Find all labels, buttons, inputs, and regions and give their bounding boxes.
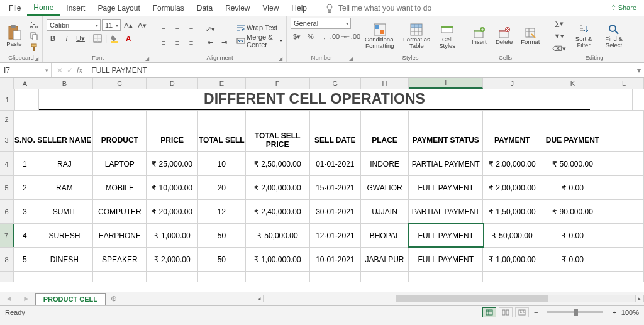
row-header-7[interactable]: 7 xyxy=(0,224,14,247)
dialog-launcher-icon[interactable]: ◢ xyxy=(35,56,38,62)
decrease-decimal-icon[interactable]: ←.00 xyxy=(346,31,358,42)
expand-formula-icon[interactable]: ▾ xyxy=(633,63,644,77)
paste-button[interactable]: Paste xyxy=(4,23,25,48)
tab-formulas[interactable]: Formulas xyxy=(147,1,191,15)
tab-help[interactable]: Help xyxy=(285,1,313,15)
decrease-indent-icon[interactable]: ⇤ xyxy=(204,37,216,48)
font-name-combo[interactable]: Calibri xyxy=(47,19,101,31)
col-D[interactable]: D xyxy=(147,78,197,89)
share-button[interactable]: ⇧ Share xyxy=(611,4,636,12)
align-bottom-icon[interactable]: ≡ xyxy=(185,24,197,35)
sheet-nav-next-icon[interactable]: ► xyxy=(18,294,35,303)
col-C[interactable]: C xyxy=(93,78,147,89)
name-box[interactable]: I7 xyxy=(0,63,52,77)
row-header-3[interactable]: 3 xyxy=(0,128,14,151)
title-cell[interactable]: DIFFERENT CELL OPERATIONS xyxy=(39,89,590,110)
page-layout-view-icon[interactable] xyxy=(499,307,513,317)
row-header-6[interactable]: 6 xyxy=(0,200,14,223)
col-L[interactable]: L xyxy=(604,78,644,89)
col-F[interactable]: F xyxy=(246,78,310,89)
align-right-icon[interactable]: ≡ xyxy=(185,37,197,48)
col-H[interactable]: H xyxy=(361,78,409,89)
orientation-icon[interactable]: ⤢▾ xyxy=(204,24,216,35)
increase-font-icon[interactable]: A▴ xyxy=(122,19,135,31)
zoom-level[interactable]: 100% xyxy=(621,309,639,316)
row-header-8[interactable]: 8 xyxy=(0,248,14,271)
currency-icon[interactable]: $▾ xyxy=(291,31,303,42)
cell-styles-button[interactable]: Cell Styles xyxy=(435,21,460,50)
insert-cells-button[interactable]: Insert xyxy=(468,25,491,47)
merge-center-button[interactable]: Merge & Center ▾ xyxy=(236,33,282,48)
font-color-icon[interactable]: A xyxy=(122,33,135,44)
autosum-icon[interactable]: ∑▾ xyxy=(551,18,567,29)
row-header-2[interactable]: 2 xyxy=(0,111,14,128)
select-all-button[interactable] xyxy=(0,78,14,89)
wrap-text-button[interactable]: Wrap Text xyxy=(236,24,282,31)
row-header-9[interactable] xyxy=(0,272,14,282)
zoom-in-icon[interactable]: + xyxy=(609,309,618,316)
sort-filter-button[interactable]: Sort & Filter xyxy=(570,22,597,50)
dialog-launcher-icon[interactable]: ◢ xyxy=(349,56,353,62)
tell-me-search[interactable]: Tell me what you want to do xyxy=(326,4,431,13)
format-painter-icon[interactable] xyxy=(30,43,38,52)
percent-icon[interactable]: % xyxy=(304,31,317,42)
tab-data[interactable]: Data xyxy=(191,1,219,15)
format-cells-button[interactable]: Format xyxy=(518,25,543,47)
cut-icon[interactable] xyxy=(30,20,38,29)
col-J[interactable]: J xyxy=(483,78,541,89)
tab-page-layout[interactable]: Page Layout xyxy=(91,1,146,15)
italic-button[interactable]: I xyxy=(60,33,73,44)
clear-icon[interactable]: ⌫▾ xyxy=(551,43,567,54)
row-header-5[interactable]: 5 xyxy=(0,176,14,199)
number-format-combo[interactable]: General xyxy=(291,18,351,29)
tab-file[interactable]: File xyxy=(3,1,27,15)
fill-color-icon[interactable] xyxy=(108,33,121,44)
sheet-nav-prev-icon[interactable]: ◄ xyxy=(0,294,18,303)
find-select-button[interactable]: Find & Select xyxy=(600,22,628,50)
enter-icon[interactable]: ✓ xyxy=(67,66,73,75)
align-top-icon[interactable]: ≡ xyxy=(157,24,170,35)
col-I[interactable]: I xyxy=(409,78,483,89)
col-K[interactable]: K xyxy=(541,78,604,89)
active-cell[interactable]: FULL PAYMENT xyxy=(409,224,483,247)
col-E[interactable]: E xyxy=(198,78,246,89)
tab-home[interactable]: Home xyxy=(27,1,60,16)
hscroll-left-icon[interactable]: ◄ xyxy=(255,295,264,302)
normal-view-icon[interactable] xyxy=(482,307,496,317)
col-B[interactable]: B xyxy=(36,78,94,89)
format-as-table-button[interactable]: Format as Table xyxy=(401,21,433,50)
fill-icon[interactable]: ▼▾ xyxy=(551,30,567,41)
worksheet-grid[interactable]: 1 DIFFERENT CELL OPERATIONS 2 3 S.NO. SE… xyxy=(0,89,644,292)
sheet-tab-product-cell[interactable]: PRODUCT CELL xyxy=(35,293,106,305)
tab-insert[interactable]: Insert xyxy=(60,1,91,15)
bold-button[interactable]: B xyxy=(47,33,59,44)
align-left-icon[interactable]: ≡ xyxy=(157,37,170,48)
comma-icon[interactable]: , xyxy=(318,31,331,42)
row-header-1[interactable]: 1 xyxy=(0,89,15,110)
increase-indent-icon[interactable]: ⇥ xyxy=(218,37,230,48)
hscroll-right-icon[interactable]: ► xyxy=(635,295,644,302)
dialog-launcher-icon[interactable]: ◢ xyxy=(145,56,149,62)
dialog-launcher-icon[interactable]: ◢ xyxy=(279,56,282,62)
borders-icon[interactable] xyxy=(91,33,104,44)
decrease-font-icon[interactable]: A▾ xyxy=(136,19,148,31)
underline-button[interactable]: U ▾ xyxy=(74,33,87,44)
conditional-formatting-button[interactable]: Conditional Formatting xyxy=(361,21,399,50)
increase-decimal-icon[interactable]: .00→ xyxy=(332,31,345,42)
new-sheet-icon[interactable]: ⊕ xyxy=(106,294,122,303)
col-G[interactable]: G xyxy=(310,78,361,89)
fx-icon[interactable]: fx xyxy=(77,66,82,75)
zoom-out-icon[interactable]: − xyxy=(531,309,540,316)
delete-cells-button[interactable]: Delete xyxy=(493,25,516,47)
zoom-slider[interactable] xyxy=(547,311,603,313)
copy-icon[interactable] xyxy=(30,31,38,40)
align-center-icon[interactable]: ≡ xyxy=(171,37,184,48)
formula-input[interactable]: FULL PAYMENT xyxy=(87,63,633,77)
col-A[interactable]: A xyxy=(14,78,36,89)
cancel-icon[interactable]: ✕ xyxy=(57,66,63,75)
align-middle-icon[interactable]: ≡ xyxy=(171,24,184,35)
horizontal-scrollbar[interactable] xyxy=(396,295,635,302)
row-header-4[interactable]: 4 xyxy=(0,152,14,175)
font-size-combo[interactable]: 11 xyxy=(102,19,121,31)
tab-view[interactable]: View xyxy=(257,1,286,15)
